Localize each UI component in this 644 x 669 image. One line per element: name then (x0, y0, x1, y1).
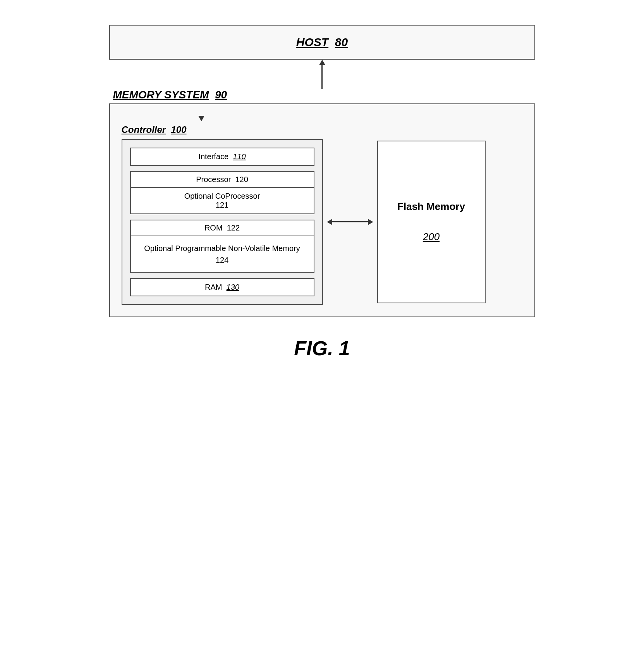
ram-box: RAM 130 (130, 278, 314, 296)
interface-ref: 110 (233, 152, 246, 161)
memory-system-wrapper: MEMORY SYSTEM 90 Controller 100 (109, 89, 535, 317)
host-box: HOST 80 (109, 25, 535, 60)
processor-group: Processor 120 Optional CoProcessor 121 (130, 171, 314, 214)
memory-system-ref: 90 (215, 89, 227, 101)
flash-memory-label: Flash Memory (397, 199, 465, 214)
flash-memory-box: Flash Memory 200 (377, 141, 486, 303)
controller-ref: 100 (171, 124, 187, 135)
rom-ref: 122 (227, 224, 240, 232)
memory-system-box: Controller 100 Interface 110 Processor (109, 103, 535, 317)
coprocessor-label: Optional CoProcessor (184, 192, 260, 200)
arrowhead-right (368, 219, 373, 225)
inner-layout: Interface 110 Processor 120 Optional CoP… (122, 139, 523, 305)
coprocessor-box: Optional CoProcessor 121 (131, 188, 314, 213)
coprocessor-ref: 121 (216, 201, 228, 209)
controller-label: Controller 100 (122, 124, 523, 135)
rom-label: ROM (204, 224, 223, 232)
arrowhead-down (198, 116, 204, 121)
processor-box: Processor 120 (131, 172, 314, 188)
ram-ref: 130 (227, 283, 239, 291)
nv-memory-ref: 124 (216, 256, 228, 264)
host-ref: 80 (335, 36, 348, 48)
arrow-line-vertical (321, 65, 323, 89)
host-to-memory-arrow (319, 60, 325, 89)
controller-text: Controller (122, 124, 166, 135)
arrow-into-controller (198, 116, 204, 121)
interface-box: Interface 110 (130, 148, 314, 166)
ram-label: RAM (205, 283, 222, 291)
arrow-up-head (319, 60, 325, 65)
interface-label: Interface (198, 152, 228, 161)
rom-box: ROM 122 (131, 220, 314, 236)
rom-group: ROM 122 Optional Programmable Non-Volati… (130, 220, 314, 273)
nv-memory-box: Optional Programmable Non-Volatile Memor… (131, 236, 314, 272)
figure-label: FIG. 1 (294, 337, 350, 360)
bidir-line (332, 221, 368, 222)
arrow-into-controller-wrapper (122, 116, 523, 121)
arrowhead-left (327, 219, 332, 225)
diagram-page: HOST 80 MEMORY SYSTEM 90 Controller (32, 25, 613, 645)
controller-inner-box: Interface 110 Processor 120 Optional CoP… (122, 139, 323, 305)
bidir-arrow-wrapper (323, 214, 377, 230)
host-label: HOST 80 (296, 36, 348, 49)
bidir-arrow (327, 219, 373, 225)
processor-label: Processor (196, 175, 231, 184)
nv-memory-label: Optional Programmable Non-Volatile Memor… (144, 244, 300, 253)
host-text: HOST (296, 36, 328, 48)
processor-ref: 120 (235, 175, 248, 184)
memory-system-label: MEMORY SYSTEM 90 (113, 89, 227, 101)
flash-memory-ref: 200 (423, 229, 440, 244)
memory-system-text: MEMORY SYSTEM (113, 89, 209, 101)
